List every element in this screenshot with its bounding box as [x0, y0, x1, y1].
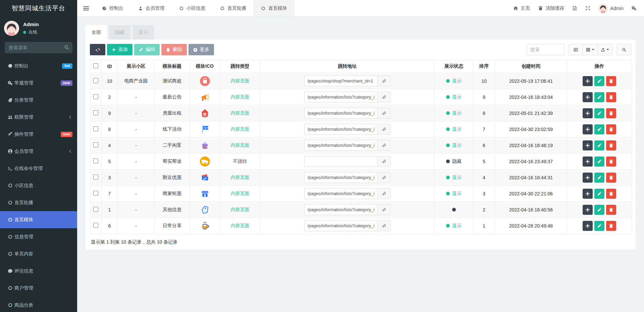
topnav-tab-home-modules[interactable]: 首页模块 — [254, 0, 294, 16]
more-button[interactable]: 更多 — [189, 44, 214, 55]
edit-row-button[interactable] — [594, 108, 604, 118]
link-button[interactable] — [377, 204, 391, 215]
delete-row-button[interactable] — [606, 157, 616, 167]
delete-button[interactable]: 删除 — [161, 44, 187, 55]
filter-tab-0[interactable]: 全部 — [86, 25, 107, 40]
home-link[interactable]: 主页 — [513, 5, 530, 11]
drag-move-button[interactable] — [583, 140, 593, 150]
delete-row-button[interactable] — [606, 92, 616, 102]
settings-button[interactable] — [632, 6, 637, 11]
columns-button[interactable] — [583, 44, 598, 55]
delete-row-button[interactable] — [606, 221, 616, 231]
jump-url-input[interactable] — [304, 91, 377, 103]
detail-view-button[interactable] — [568, 44, 583, 55]
delete-row-button[interactable] — [606, 189, 616, 199]
jump-url-input[interactable] — [304, 220, 377, 231]
drag-move-button[interactable] — [583, 173, 593, 183]
edit-row-button[interactable] — [594, 189, 604, 199]
sidebar-item-merchants[interactable]: 商户管理 — [0, 279, 77, 297]
jump-url-input[interactable] — [304, 156, 377, 167]
user-menu[interactable]: Admin — [598, 4, 624, 13]
delete-row-button[interactable] — [606, 173, 616, 183]
search-button[interactable] — [616, 44, 631, 55]
jump-url-input[interactable] — [304, 172, 377, 183]
row-checkbox[interactable] — [93, 175, 98, 180]
link-button[interactable] — [377, 172, 391, 183]
filter-tab-2[interactable]: 显示 — [132, 25, 154, 40]
delete-row-button[interactable] — [606, 124, 616, 134]
row-checkbox[interactable] — [93, 78, 98, 83]
table-search-input[interactable] — [527, 44, 564, 55]
sidebar-item-online-command[interactable]: 在线命令管理 — [0, 160, 77, 177]
drag-move-button[interactable] — [583, 76, 593, 86]
edit-row-button[interactable] — [594, 205, 604, 215]
jump-url-input[interactable] — [304, 204, 377, 215]
sidebar-item-general[interactable]: 常规管理new — [0, 74, 77, 91]
add-button[interactable]: 添加 — [107, 44, 132, 55]
row-checkbox[interactable] — [93, 159, 98, 164]
row-checkbox[interactable] — [93, 223, 98, 228]
row-checkbox[interactable] — [93, 94, 98, 99]
topnav-tab-dashboard[interactable]: 控制台 — [95, 0, 131, 16]
delete-row-button[interactable] — [606, 76, 616, 86]
row-checkbox[interactable] — [93, 207, 98, 212]
link-button[interactable] — [377, 75, 391, 86]
drag-move-button[interactable] — [583, 157, 593, 167]
row-checkbox[interactable] — [93, 126, 98, 131]
edit-row-button[interactable] — [594, 92, 604, 102]
link-button[interactable] — [377, 108, 391, 119]
drag-move-button[interactable] — [583, 221, 593, 231]
sidebar-search-input[interactable] — [5, 42, 72, 53]
jump-url-input[interactable] — [304, 124, 377, 135]
jump-url-input[interactable] — [304, 140, 377, 151]
sidebar-item-dashboard[interactable]: 控制台hot — [0, 57, 77, 74]
jump-url-input[interactable] — [304, 188, 377, 199]
export-button[interactable] — [598, 44, 612, 55]
sidebar-item-members[interactable]: 会员管理 — [0, 143, 77, 160]
edit-row-button[interactable] — [594, 157, 604, 167]
edit-row-button[interactable] — [594, 124, 604, 134]
link-button[interactable] — [377, 140, 391, 151]
fullscreen-button[interactable] — [585, 6, 590, 11]
clear-cache-link[interactable]: 清除缓存 — [538, 5, 564, 11]
drag-move-button[interactable] — [583, 189, 593, 199]
edit-row-button[interactable] — [594, 140, 604, 150]
drag-move-button[interactable] — [583, 205, 593, 215]
sidebar-item-home-carousel[interactable]: 首页轮播 — [0, 194, 77, 211]
sidebar-item-goods-category[interactable]: 商品分类 — [0, 297, 77, 312]
topnav-tab-member-manage[interactable]: 会员管理 — [131, 0, 172, 16]
menu-toggle-button[interactable] — [77, 0, 95, 16]
drag-move-button[interactable] — [583, 124, 593, 134]
row-checkbox[interactable] — [93, 110, 98, 115]
select-all-checkbox[interactable] — [93, 63, 98, 68]
link-button[interactable] — [377, 188, 391, 199]
drag-move-button[interactable] — [583, 92, 593, 102]
delete-row-button[interactable] — [606, 205, 616, 215]
sidebar-item-addons[interactable]: 插件管理new — [0, 126, 77, 143]
topnav-tab-home-carousel[interactable]: 首页轮播 — [213, 0, 254, 16]
sidebar-item-info-manage[interactable]: 信息管理 — [0, 228, 77, 245]
refresh-button[interactable] — [90, 44, 105, 55]
jump-url-input[interactable] — [304, 108, 377, 119]
drag-move-button[interactable] — [583, 108, 593, 118]
link-button[interactable] — [377, 156, 391, 167]
edit-button[interactable]: 编辑 — [134, 44, 160, 55]
row-checkbox[interactable] — [93, 142, 98, 147]
sidebar-item-category[interactable]: 分类管理 — [0, 91, 77, 109]
jump-url-input[interactable] — [304, 75, 377, 86]
link-button[interactable] — [377, 91, 391, 103]
link-button[interactable] — [377, 124, 391, 135]
sidebar-item-comments[interactable]: 评论信息 — [0, 262, 77, 279]
sidebar-item-home-modules[interactable]: 首页模块 — [0, 211, 77, 228]
row-checkbox[interactable] — [93, 191, 98, 196]
link-button[interactable] — [377, 220, 391, 231]
topnav-tab-community-info[interactable]: 小区信息 — [172, 0, 213, 16]
edit-row-button[interactable] — [594, 76, 604, 86]
sidebar-item-auth[interactable]: 权限管理 — [0, 109, 77, 126]
edit-row-button[interactable] — [594, 221, 604, 231]
sidebar-item-community-info[interactable]: 小区信息 — [0, 177, 77, 194]
filter-tab-1[interactable]: 隐藏 — [109, 25, 130, 40]
delete-row-button[interactable] — [606, 140, 616, 150]
edit-row-button[interactable] — [594, 173, 604, 183]
docs-button[interactable] — [572, 6, 577, 11]
